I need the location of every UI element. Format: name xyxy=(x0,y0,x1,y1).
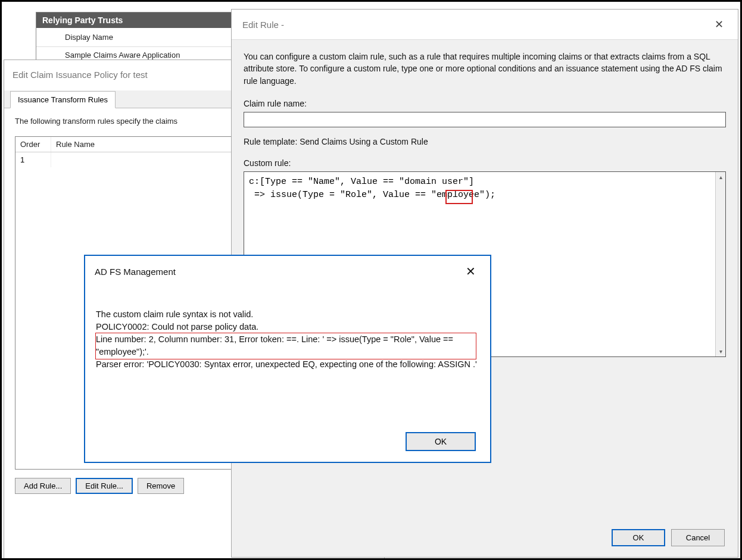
tab-issuance-transform-rules[interactable]: Issuance Transform Rules xyxy=(10,91,116,108)
close-icon[interactable]: ✕ xyxy=(461,263,481,280)
custom-rule-label: Custom rule: xyxy=(244,158,726,168)
ok-button[interactable]: OK xyxy=(406,432,476,451)
rule-template-line: Rule template: Send Claims Using a Custo… xyxy=(244,137,726,146)
claim-rule-name-input[interactable] xyxy=(244,112,726,127)
scroll-up-icon[interactable]: ▴ xyxy=(716,172,726,182)
scrollbar-vertical[interactable]: ▴ ▾ xyxy=(715,172,725,356)
msgbox-titlebar: AD FS Management ✕ xyxy=(85,256,490,284)
msgbox-title: AD FS Management xyxy=(95,267,176,277)
edit-rule-description: You can configure a custom claim rule, s… xyxy=(244,51,726,87)
msgbox-line3: Line number: 2, Column number: 31, Error… xyxy=(96,333,479,358)
edit-rule-title: Edit Rule - xyxy=(242,20,284,30)
ok-button[interactable]: OK xyxy=(612,529,665,546)
remove-rule-button[interactable]: Remove xyxy=(138,478,184,494)
close-icon[interactable]: ✕ xyxy=(709,15,729,33)
edit-rule-button[interactable]: Edit Rule... xyxy=(76,478,133,494)
add-rule-button[interactable]: Add Rule... xyxy=(15,478,71,494)
edit-rule-footer: OK Cancel xyxy=(612,529,725,546)
msgbox-line2: POLICY0002: Could not parse policy data. xyxy=(96,321,479,333)
claim-rule-name-label: Claim rule name: xyxy=(244,99,726,108)
msgbox-line4: Parser error: 'POLICY0030: Syntax error,… xyxy=(96,358,479,371)
msgbox-body: The custom claim rule syntax is not vali… xyxy=(85,284,490,373)
cancel-button[interactable]: Cancel xyxy=(671,529,725,546)
edit-rule-titlebar: Edit Rule - ✕ xyxy=(232,10,738,40)
adfs-management-messagebox: AD FS Management ✕ The custom claim rule… xyxy=(84,255,491,463)
scroll-down-icon[interactable]: ▾ xyxy=(716,346,726,356)
msgbox-line1: The custom claim rule syntax is not vali… xyxy=(96,308,479,321)
cell-order: 1 xyxy=(15,152,51,167)
col-order-header[interactable]: Order xyxy=(15,137,51,152)
